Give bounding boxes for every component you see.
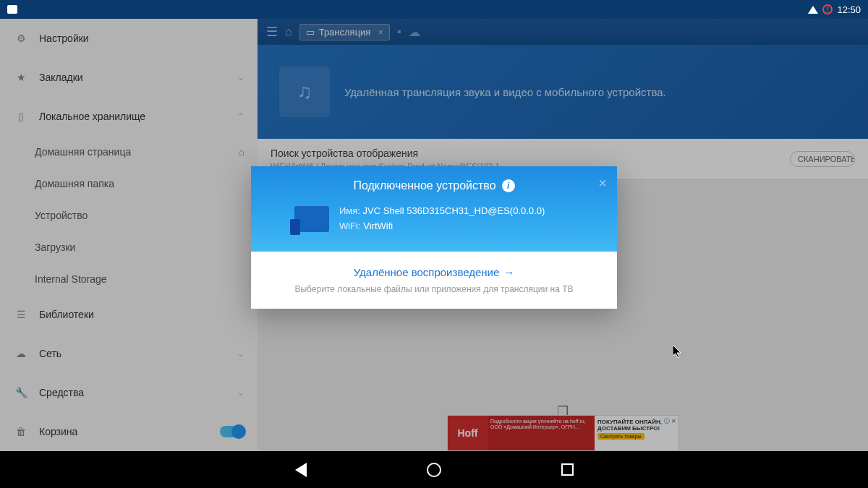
device-name: JVC Shell 536D315CH31_HD@ES(0.0.0.0)	[363, 205, 545, 216]
menu-icon[interactable]: ☰	[266, 24, 278, 40]
sidebar-item-internal[interactable]: Internal Storage	[0, 263, 258, 295]
sidebar: ⚙ Настройки ★ Закладки ⌄ ▯ Локальное хра…	[0, 19, 258, 451]
sidebar-label: Устройство	[35, 210, 88, 221]
ad-cta[interactable]: Смотреть товары	[597, 433, 644, 440]
wrench-icon: 🔧	[13, 387, 29, 398]
chevron-down-icon: ⌄	[237, 72, 244, 82]
sidebar-item-home-page[interactable]: Домашняя страница ⌂	[0, 136, 258, 168]
sidebar-item-trash[interactable]: 🗑 Корзина	[0, 412, 258, 451]
banner: ♫ Удалённая трансляция звука и видео с м…	[258, 45, 868, 139]
wifi-label: WiFi:	[339, 221, 361, 231]
chevron-down-icon: ⌄	[237, 348, 244, 359]
wifi-icon	[808, 6, 818, 14]
search-title: Поиск устройства отображения	[271, 147, 506, 159]
star-icon: ★	[13, 72, 29, 83]
name-label: Имя:	[339, 205, 360, 216]
sidebar-item-local-storage[interactable]: ▯ Локальное хранилище ⌃	[0, 97, 258, 136]
sidebar-label: Домашняя папка	[35, 178, 114, 189]
recent-button[interactable]	[558, 461, 576, 479]
trash-icon: 🗑	[13, 426, 29, 437]
sidebar-label: Сеть	[39, 348, 61, 359]
info-icon[interactable]: i	[502, 179, 515, 192]
cloud-icon: ☁	[409, 25, 420, 39]
home-button[interactable]	[425, 461, 443, 479]
dialog-title: Подключенное устройство	[353, 179, 495, 192]
scan-button[interactable]: СКАНИРОВАТЬ	[790, 151, 855, 167]
tab-bar: ☰ ⌂ ▭ Трансляция × ▪ ☁	[258, 19, 868, 45]
sidebar-label: Закладки	[39, 72, 83, 83]
tab-placeholder-icon: ▪	[397, 25, 401, 38]
wifi-name: VirtWifi	[363, 221, 393, 231]
sidebar-label: Internal Storage	[35, 273, 107, 285]
sidebar-item-device[interactable]: Устройство	[0, 200, 258, 231]
connected-device-dialog: × Подключенное устройство i Имя: JVC She…	[251, 166, 617, 309]
cast-illustration-icon: ♫	[279, 67, 330, 117]
sidebar-label: Настройки	[39, 33, 89, 44]
sidebar-item-bookmarks[interactable]: ★ Закладки ⌄	[0, 58, 258, 97]
phone-icon: ▯	[13, 111, 29, 122]
sidebar-label: Загрузки	[35, 241, 75, 253]
ad-info-icon[interactable]: ⓘ ✕	[664, 417, 676, 425]
sidebar-item-libraries[interactable]: ☰ Библиотеки	[0, 295, 258, 334]
sidebar-item-settings[interactable]: ⚙ Настройки	[0, 19, 258, 58]
toggle-switch[interactable]	[220, 426, 244, 437]
gallery-icon	[7, 5, 17, 14]
sidebar-item-downloads[interactable]: Загрузки	[0, 231, 258, 263]
sidebar-label: Домашняя страница	[35, 146, 131, 158]
gear-icon: ⚙	[13, 33, 29, 44]
close-icon[interactable]: ×	[598, 175, 607, 192]
sidebar-label: Средства	[39, 387, 84, 398]
sidebar-item-tools[interactable]: 🔧 Средства ⌄	[0, 373, 258, 412]
network-icon: ☁	[13, 348, 29, 359]
sidebar-item-network[interactable]: ☁ Сеть ⌄	[0, 334, 258, 373]
arrow-right-icon: →	[503, 266, 514, 278]
layers-icon: ☰	[13, 309, 29, 320]
banner-text: Удалённая трансляция звука и видео с моб…	[344, 86, 666, 98]
ad-text: Подробности акции уточняйте на hoff.ru, …	[488, 416, 595, 450]
play-label: Удалённое воспроизведение	[354, 266, 500, 278]
sidebar-label: Библиотеки	[39, 309, 94, 320]
chevron-down-icon: ⌄	[237, 388, 244, 398]
status-bar: ! 12:50	[0, 0, 868, 19]
tab-label: Трансляция	[319, 27, 371, 38]
chevron-up-icon: ⌃	[237, 111, 244, 121]
nav-bar	[0, 451, 868, 488]
sidebar-label: Корзина	[39, 426, 77, 437]
cast-icon: ▭	[306, 27, 315, 38]
warning-icon: !	[822, 4, 833, 14]
home-tab-icon[interactable]: ⌂	[285, 25, 292, 38]
tab-cast[interactable]: ▭ Трансляция ×	[299, 24, 390, 40]
tv-device-icon	[294, 206, 329, 232]
remote-playback-button[interactable]: Удалённое воспроизведение →	[354, 266, 515, 278]
home-icon: ⌂	[239, 146, 244, 158]
sidebar-item-home-folder[interactable]: Домашняя папка	[0, 168, 258, 200]
sidebar-label: Локальное хранилище	[39, 111, 145, 122]
dialog-subtitle: Выберите локальные файлы или приложения …	[265, 284, 603, 294]
clock: 12:50	[837, 4, 861, 15]
ad-banner[interactable]: Hoff Подробности акции уточняйте на hoff…	[447, 415, 678, 451]
close-icon[interactable]: ×	[378, 27, 383, 38]
back-button[interactable]	[292, 461, 310, 479]
ad-brand: Hoff	[448, 416, 488, 450]
